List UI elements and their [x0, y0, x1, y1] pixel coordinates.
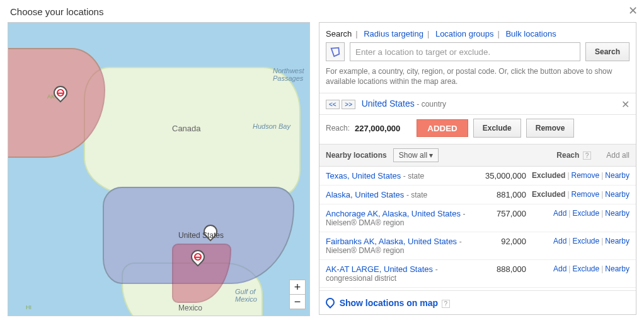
nearby-link[interactable]: Nearby: [605, 209, 630, 218]
map-label: AK: [47, 93, 55, 100]
map-label: HI: [26, 304, 32, 310]
location-actions: Add|Exclude|Nearby: [529, 237, 630, 245]
clear-selection-icon[interactable]: ✕: [621, 98, 630, 110]
location-link[interactable]: Fairbanks AK, Alaska, United States: [326, 237, 459, 246]
dialog-body: Canada United States Mexico Hudson Bay G…: [0, 22, 644, 324]
add-link[interactable]: Add: [553, 264, 566, 273]
status-label: Excluded: [532, 190, 565, 199]
polygon-select-button[interactable]: [326, 42, 345, 61]
add-link[interactable]: Add: [553, 209, 566, 218]
locations-panel: Search| Radius targeting| Location group…: [319, 22, 636, 315]
location-reach: 92,000: [469, 237, 529, 246]
nearby-location-row: Anchorage AK, Alaska, United States -Nie…: [319, 204, 636, 232]
search-hint: For example, a country, city, region, or…: [319, 66, 636, 93]
location-reach: 35,000,000: [469, 171, 529, 180]
status-label: Excluded: [532, 171, 565, 180]
nearby-location-row: AK-AT LARGE, United States -congressiona…: [319, 260, 636, 288]
reach-value: 227,000,000: [355, 124, 400, 133]
nearby-header-label: Nearby locations: [326, 151, 387, 160]
map-label: Canada: [172, 124, 201, 133]
location-link[interactable]: Texas, United States: [326, 171, 403, 180]
show-locations-on-map-link[interactable]: Show locations on map: [340, 298, 438, 308]
selected-location-type: - country: [417, 100, 446, 109]
prev-location-button[interactable]: <<: [326, 100, 340, 109]
reach-label: Reach:: [326, 124, 350, 133]
reach-col-label: Reach: [556, 151, 579, 160]
tab-radius[interactable]: Radius targeting: [364, 29, 423, 38]
location-reach: 881,000: [469, 190, 529, 199]
nearby-location-row: Texas, United States - state35,000,000Ex…: [319, 167, 636, 186]
location-actions: Excluded|Remove|Nearby: [529, 171, 630, 180]
selected-location-bar: << >> United States - country ✕: [319, 93, 636, 115]
dialog-title: Choose your locations: [0, 0, 644, 22]
add-all-button[interactable]: Add all: [606, 151, 630, 160]
location-type: -: [463, 210, 466, 218]
added-button[interactable]: ADDED: [417, 119, 468, 137]
nearby-locations-list[interactable]: Texas, United States - state35,000,000Ex…: [319, 167, 636, 290]
nearby-location-row: Fairbanks AK, Alaska, United States -Nie…: [319, 232, 636, 260]
location-actions: Excluded|Remove|Nearby: [529, 190, 630, 199]
remove-button[interactable]: Remove: [526, 119, 575, 138]
nearby-link[interactable]: Nearby: [605, 190, 630, 199]
nearby-location-row: Alaska, United States - state881,000Excl…: [319, 186, 636, 204]
close-icon[interactable]: ✕: [628, 4, 638, 18]
help-icon[interactable]: ?: [583, 151, 592, 160]
location-subtype: Nielsen® DMA® region: [326, 218, 469, 227]
location-link[interactable]: Anchorage AK, Alaska, United States: [326, 209, 463, 218]
exclude-button[interactable]: Exclude: [473, 119, 521, 138]
location-type: - state: [406, 191, 427, 199]
show-all-dropdown[interactable]: Show all ▾: [393, 148, 439, 162]
map-label: Northwest Passages: [273, 67, 304, 82]
location-type: -: [459, 237, 462, 246]
map-label: Hudson Bay: [253, 122, 290, 130]
choose-locations-dialog: Choose your locations ✕ Canada United St…: [0, 0, 644, 325]
search-row: Search: [319, 42, 636, 66]
map-label: Mexico: [178, 304, 202, 312]
polygon-icon: [330, 46, 341, 57]
location-subtype: congressional district: [326, 274, 469, 283]
remove-link[interactable]: Remove: [572, 171, 600, 180]
zoom-out-button[interactable]: −: [290, 295, 305, 309]
selected-action-row: Reach: 227,000,000 ADDED Exclude Remove: [319, 115, 636, 144]
map-pin-icon: [324, 296, 336, 309]
location-link[interactable]: Alaska, United States: [326, 190, 406, 199]
location-type: -: [435, 265, 438, 274]
location-reach: 888,000: [469, 264, 529, 274]
map-zoom-controls: + −: [289, 280, 306, 309]
location-type: - state: [403, 172, 424, 180]
nearby-header: Nearby locations Show all ▾ Reach ? Add …: [319, 144, 636, 167]
exclude-link[interactable]: Exclude: [572, 209, 599, 218]
selected-locations-header: Selected locations: [319, 314, 636, 315]
location-search-input[interactable]: [350, 42, 580, 61]
tab-search[interactable]: Search: [326, 29, 352, 38]
remove-link[interactable]: Remove: [572, 190, 600, 199]
nearby-link[interactable]: Nearby: [605, 237, 630, 245]
tab-groups[interactable]: Location groups: [435, 29, 494, 38]
panel-tabs: Search| Radius targeting| Location group…: [319, 23, 636, 42]
nearby-link[interactable]: Nearby: [605, 171, 630, 180]
location-actions: Add|Exclude|Nearby: [529, 209, 630, 218]
exclude-link[interactable]: Exclude: [572, 237, 599, 245]
location-subtype: Nielsen® DMA® region: [326, 246, 469, 255]
selected-location-name[interactable]: United States: [358, 98, 415, 109]
map-label: Gulf of Mexico: [235, 288, 257, 303]
add-link[interactable]: Add: [553, 237, 566, 245]
search-button[interactable]: Search: [585, 42, 630, 61]
location-link[interactable]: AK-AT LARGE, United States: [326, 264, 435, 274]
location-actions: Add|Exclude|Nearby: [529, 264, 630, 273]
next-location-button[interactable]: >>: [342, 100, 355, 109]
nearby-link[interactable]: Nearby: [605, 264, 630, 273]
show-locations-on-map: Show locations on map ?: [319, 290, 636, 314]
help-icon[interactable]: ?: [442, 300, 451, 308]
exclude-link[interactable]: Exclude: [572, 264, 599, 273]
map-label: United States: [178, 231, 224, 240]
map[interactable]: Canada United States Mexico Hudson Bay G…: [8, 22, 310, 316]
location-reach: 757,000: [469, 209, 529, 218]
zoom-in-button[interactable]: +: [290, 280, 305, 295]
tab-bulk[interactable]: Bulk locations: [505, 29, 556, 38]
